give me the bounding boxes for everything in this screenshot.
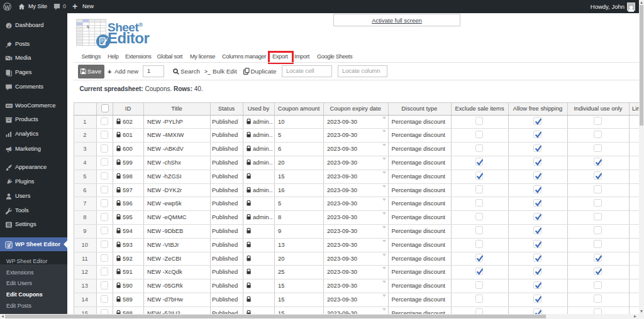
- svg-text:WOO: WOO: [6, 105, 12, 107]
